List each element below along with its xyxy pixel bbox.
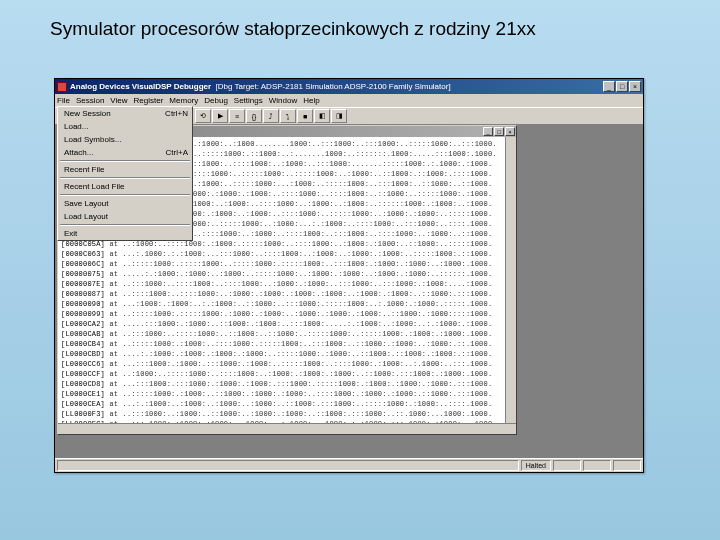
- memory-row: [L0000CEA] at ...:.:1000:..:1000:..:1000…: [61, 399, 502, 409]
- menu-separator: [60, 224, 190, 226]
- status-main: [57, 460, 519, 471]
- memory-row: [0000C063] at ...:.1000:.:.:1000:...:::1…: [61, 249, 502, 259]
- menu-debug[interactable]: Debug: [204, 96, 228, 105]
- memory-row: [0000007E] at ..:::1000:..::::1000:..:::…: [61, 279, 502, 289]
- menu-session[interactable]: Session: [76, 96, 104, 105]
- menu-window[interactable]: Window: [269, 96, 297, 105]
- memory-row: [L0000CCF] at ..:1000:..:::::1000:..::::…: [61, 369, 502, 379]
- file-dropdown: New SessionCtrl+N Load... Load Symbols..…: [57, 106, 193, 241]
- child-minimize-button[interactable]: _: [483, 127, 493, 136]
- vertical-scrollbar[interactable]: [505, 137, 516, 423]
- tool-run[interactable]: ▶: [212, 109, 228, 123]
- memory-row: [L0000CC6] at ...:::1000:.:1000:.:::1000…: [61, 359, 502, 369]
- menu-item-new-session[interactable]: New SessionCtrl+N: [58, 107, 192, 120]
- memory-row: [L0000CB4] at ..:::::1000:.:1000:..::::1…: [61, 339, 502, 349]
- child-close-button[interactable]: ×: [505, 127, 515, 136]
- main-window: Analog Devices VisualDSP Debugger [Dbg T…: [54, 78, 644, 473]
- status-cell: [553, 460, 581, 471]
- memory-row: [00000075] at .....:.:1000:.:1000:..:100…: [61, 269, 502, 279]
- tool-step[interactable]: ≡: [229, 109, 245, 123]
- memory-row: [L0000CAB] at ..:::1000:..:::::1000:..::…: [61, 329, 502, 339]
- tool-step-out[interactable]: ⤴: [263, 109, 279, 123]
- menu-item-load[interactable]: Load...: [58, 120, 192, 133]
- menu-settings[interactable]: Settings: [234, 96, 263, 105]
- tool-halt[interactable]: ■: [297, 109, 313, 123]
- menu-separator: [60, 194, 190, 196]
- close-button[interactable]: ×: [629, 81, 641, 92]
- menu-separator: [60, 177, 190, 179]
- menu-file[interactable]: File: [57, 96, 70, 105]
- memory-row: [00000099] at ..:::::1000:.:::::1000:.:1…: [61, 309, 502, 319]
- horizontal-scrollbar[interactable]: [58, 423, 516, 434]
- memory-row: [L0000CBD] at ....:.:1000:.:1000:.:1000:…: [61, 349, 502, 359]
- status-cell: [613, 460, 641, 471]
- memory-row: [0000006C] at ..:::::1000:.:::::1000:..:…: [61, 259, 502, 269]
- memory-row: [LL0000F3] at ..:::1000:..:1000:..::1000…: [61, 409, 502, 419]
- titlebar: Analog Devices VisualDSP Debugger [Dbg T…: [55, 79, 643, 94]
- memory-row: [00000090] at ...:1000:.:1000:..:.:1000:…: [61, 299, 502, 309]
- menu-item-save-layout[interactable]: Save Layout: [58, 197, 192, 210]
- tool-reset[interactable]: ⟲: [195, 109, 211, 123]
- tool-window-2[interactable]: ◨: [331, 109, 347, 123]
- statusbar: Halted: [55, 458, 643, 472]
- tool-step-into[interactable]: ⤵: [280, 109, 296, 123]
- menu-register[interactable]: Register: [134, 96, 164, 105]
- minimize-button[interactable]: _: [603, 81, 615, 92]
- menu-item-recent-file[interactable]: Recent File: [58, 163, 192, 176]
- menu-view[interactable]: View: [110, 96, 127, 105]
- memory-row: [L0000CA2] at .....:::1000:.:1000:..::10…: [61, 319, 502, 329]
- menu-memory[interactable]: Memory: [169, 96, 198, 105]
- memory-row: [L0000CE1] at ..:::::1000:.:1000:..::100…: [61, 389, 502, 399]
- menu-item-load-symbols[interactable]: Load Symbols...: [58, 133, 192, 146]
- page-title: Symulator procesorów stałoprzecinkowych …: [50, 18, 536, 40]
- maximize-button[interactable]: □: [616, 81, 628, 92]
- menu-separator: [60, 160, 190, 162]
- memory-row: [00000087] at ..::::1000:..::::1000:..:1…: [61, 289, 502, 299]
- child-maximize-button[interactable]: □: [494, 127, 504, 136]
- app-icon: [57, 82, 67, 92]
- menu-help[interactable]: Help: [303, 96, 319, 105]
- titlebar-text: Analog Devices VisualDSP Debugger [Dbg T…: [70, 82, 603, 91]
- menu-item-exit[interactable]: Exit: [58, 227, 192, 240]
- status-halted: Halted: [521, 460, 551, 471]
- memory-row: [L0000CD8] at ...:::1000:.:::1000:.:1000…: [61, 379, 502, 389]
- menu-item-recent-load-file[interactable]: Recent Load File: [58, 180, 192, 193]
- status-cell: [583, 460, 611, 471]
- tool-window-1[interactable]: ◧: [314, 109, 330, 123]
- menu-item-load-layout[interactable]: Load Layout: [58, 210, 192, 223]
- tool-step-over[interactable]: {}: [246, 109, 262, 123]
- menu-item-attach[interactable]: Attach...Ctrl+A: [58, 146, 192, 159]
